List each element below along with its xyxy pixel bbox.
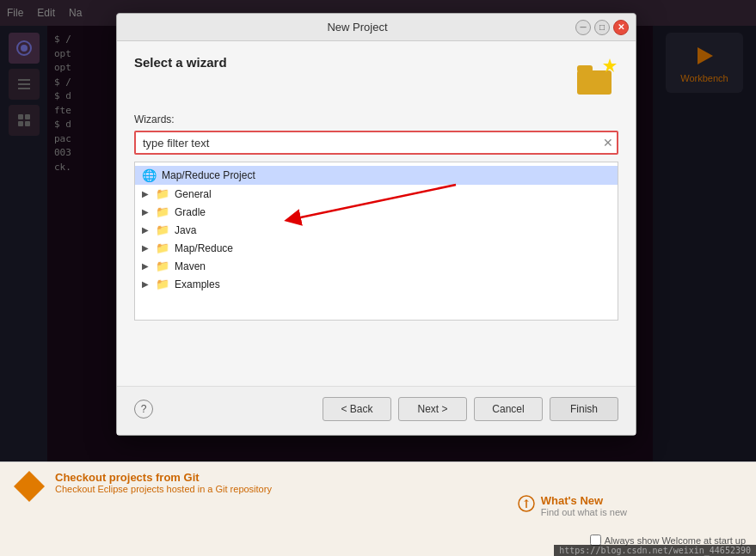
wizard-search-input[interactable]	[134, 131, 618, 155]
expand-arrow-icon: ▶	[142, 189, 149, 199]
dialog-header: Select a wizard	[134, 55, 618, 100]
svg-marker-12	[603, 58, 617, 72]
list-item[interactable]: 🌐 Map/Reduce Project	[135, 166, 618, 185]
window-controls: ─ □ ✕	[575, 20, 629, 35]
list-item-label: General	[175, 188, 212, 200]
list-item[interactable]: ▶ 📁 Examples	[135, 275, 618, 293]
expand-arrow-icon: ▶	[142, 207, 149, 217]
list-item-label: Examples	[175, 278, 220, 290]
list-item-label: Map/Reduce	[175, 242, 233, 254]
ide-welcome-bar: Checkout projects from Git Checkout Ecli…	[0, 461, 756, 556]
checkout-icon	[14, 471, 45, 502]
expand-arrow-icon: ▶	[142, 243, 149, 253]
dialog-titlebar: New Project ─ □ ✕	[117, 14, 636, 41]
dialog-title: New Project	[139, 21, 575, 34]
next-button[interactable]: Next >	[398, 397, 467, 421]
checkout-title: Checkout projects from Git	[55, 471, 272, 484]
folder-icon: 📁	[156, 278, 169, 290]
dialog-body: Select a wizard Wizards: ✕ 🌐	[117, 41, 636, 386]
globe-icon: 🌐	[142, 168, 157, 182]
folder-icon: 📁	[156, 223, 169, 236]
svg-rect-10	[577, 70, 612, 95]
folder-icon: 📁	[156, 241, 169, 254]
list-item-label: Gradle	[175, 206, 206, 218]
folder-icon: 📁	[156, 260, 169, 272]
wizards-label: Wizards:	[134, 113, 618, 125]
expand-arrow-icon: ▶	[142, 279, 149, 289]
checkout-desc: Checkout Eclipse projects hosted in a Gi…	[55, 484, 272, 494]
search-box: ✕	[134, 131, 618, 155]
new-project-dialog: New Project ─ □ ✕ Select a wizard Wizard…	[116, 13, 636, 436]
list-item[interactable]: ▶ 📁 General	[135, 185, 618, 203]
always-show-label: Always show Welcome at start up	[605, 535, 746, 546]
svg-rect-11	[577, 65, 593, 72]
help-button[interactable]: ?	[134, 400, 153, 419]
whats-new-title: What's New	[541, 494, 627, 507]
wizard-list: 🌐 Map/Reduce Project ▶ 📁 General ▶ 📁 Gra…	[134, 162, 618, 321]
whats-new-desc: Find out what is new	[541, 507, 627, 517]
expand-arrow-icon: ▶	[142, 225, 149, 235]
checkout-section: Checkout projects from Git Checkout Ecli…	[14, 471, 742, 502]
footer-right: < Back Next > Cancel Finish	[323, 397, 618, 421]
list-item-label: Map/Reduce Project	[162, 169, 255, 181]
wizard-icon	[574, 55, 618, 100]
folder-icon: 📁	[156, 187, 169, 200]
search-clear-icon[interactable]: ✕	[603, 137, 613, 149]
list-item[interactable]: ▶ 📁 Gradle	[135, 203, 618, 221]
whats-new-icon	[517, 494, 536, 513]
folder-icon: 📁	[156, 205, 169, 218]
whats-new-section: What's New Find out what is new	[541, 494, 627, 517]
dialog-heading: Select a wizard	[134, 55, 227, 70]
dialog-footer: ? < Back Next > Cancel Finish	[117, 386, 636, 435]
footer-left: ?	[134, 400, 153, 419]
cancel-button[interactable]: Cancel	[474, 397, 543, 421]
restore-button[interactable]: □	[594, 20, 610, 35]
close-button[interactable]: ✕	[613, 20, 629, 35]
list-item[interactable]: ▶ 📁 Maven	[135, 257, 618, 275]
list-item-label: Java	[175, 224, 196, 236]
list-item-label: Maven	[175, 260, 206, 272]
finish-button[interactable]: Finish	[550, 397, 618, 421]
dialog-spacer	[134, 321, 618, 372]
back-button[interactable]: < Back	[323, 397, 391, 421]
checkout-text: Checkout projects from Git Checkout Ecli…	[55, 471, 272, 494]
expand-arrow-icon: ▶	[142, 261, 149, 271]
minimize-button[interactable]: ─	[575, 20, 591, 35]
list-item[interactable]: ▶ 📁 Java	[135, 221, 618, 239]
list-item[interactable]: ▶ 📁 Map/Reduce	[135, 239, 618, 257]
url-bar: https://blog.csdn.net/weixin_44652390	[554, 545, 756, 556]
